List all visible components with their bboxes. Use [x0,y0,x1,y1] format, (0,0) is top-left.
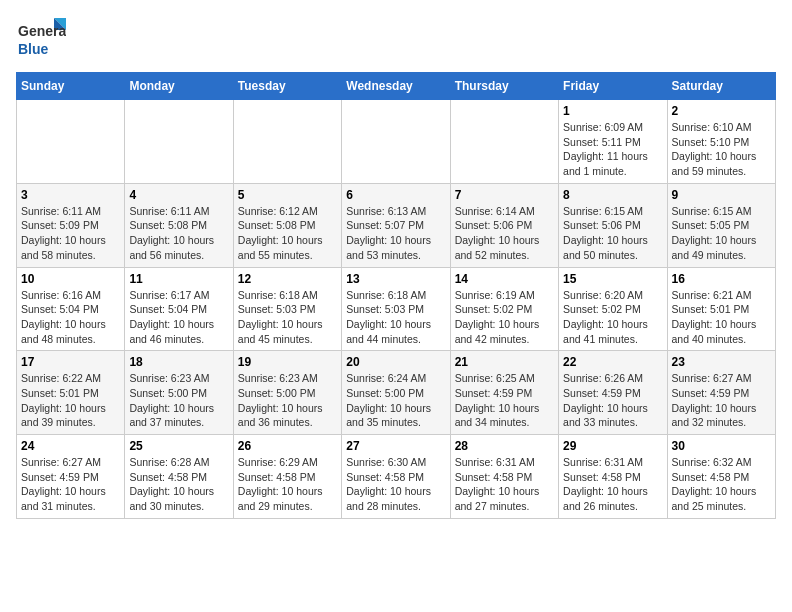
day-number: 18 [129,355,228,369]
calendar-cell: 14Sunrise: 6:19 AM Sunset: 5:02 PM Dayli… [450,267,558,351]
day-info: Sunrise: 6:24 AM Sunset: 5:00 PM Dayligh… [346,371,445,430]
calendar-cell: 6Sunrise: 6:13 AM Sunset: 5:07 PM Daylig… [342,183,450,267]
weekday-header: Saturday [667,73,775,100]
day-number: 4 [129,188,228,202]
day-info: Sunrise: 6:19 AM Sunset: 5:02 PM Dayligh… [455,288,554,347]
day-number: 11 [129,272,228,286]
day-info: Sunrise: 6:14 AM Sunset: 5:06 PM Dayligh… [455,204,554,263]
page-header: GeneralBlue [16,16,776,60]
day-info: Sunrise: 6:17 AM Sunset: 5:04 PM Dayligh… [129,288,228,347]
day-info: Sunrise: 6:10 AM Sunset: 5:10 PM Dayligh… [672,120,771,179]
day-info: Sunrise: 6:31 AM Sunset: 4:58 PM Dayligh… [563,455,662,514]
day-number: 8 [563,188,662,202]
calendar-cell: 17Sunrise: 6:22 AM Sunset: 5:01 PM Dayli… [17,351,125,435]
calendar-cell: 16Sunrise: 6:21 AM Sunset: 5:01 PM Dayli… [667,267,775,351]
day-number: 16 [672,272,771,286]
day-number: 15 [563,272,662,286]
day-info: Sunrise: 6:29 AM Sunset: 4:58 PM Dayligh… [238,455,337,514]
calendar-cell: 22Sunrise: 6:26 AM Sunset: 4:59 PM Dayli… [559,351,667,435]
day-info: Sunrise: 6:18 AM Sunset: 5:03 PM Dayligh… [238,288,337,347]
calendar-cell [342,100,450,184]
calendar-cell: 15Sunrise: 6:20 AM Sunset: 5:02 PM Dayli… [559,267,667,351]
day-info: Sunrise: 6:15 AM Sunset: 5:05 PM Dayligh… [672,204,771,263]
calendar-cell: 20Sunrise: 6:24 AM Sunset: 5:00 PM Dayli… [342,351,450,435]
day-info: Sunrise: 6:25 AM Sunset: 4:59 PM Dayligh… [455,371,554,430]
calendar-cell: 26Sunrise: 6:29 AM Sunset: 4:58 PM Dayli… [233,435,341,519]
day-number: 17 [21,355,120,369]
day-number: 1 [563,104,662,118]
calendar-cell: 30Sunrise: 6:32 AM Sunset: 4:58 PM Dayli… [667,435,775,519]
calendar-cell [233,100,341,184]
day-number: 29 [563,439,662,453]
day-info: Sunrise: 6:31 AM Sunset: 4:58 PM Dayligh… [455,455,554,514]
weekday-header: Sunday [17,73,125,100]
calendar-cell [450,100,558,184]
day-info: Sunrise: 6:23 AM Sunset: 5:00 PM Dayligh… [238,371,337,430]
calendar-cell [125,100,233,184]
svg-text:General: General [18,23,66,39]
day-info: Sunrise: 6:11 AM Sunset: 5:08 PM Dayligh… [129,204,228,263]
day-info: Sunrise: 6:26 AM Sunset: 4:59 PM Dayligh… [563,371,662,430]
calendar-cell: 23Sunrise: 6:27 AM Sunset: 4:59 PM Dayli… [667,351,775,435]
day-number: 3 [21,188,120,202]
calendar-cell [17,100,125,184]
day-number: 21 [455,355,554,369]
weekday-header-row: SundayMondayTuesdayWednesdayThursdayFrid… [17,73,776,100]
day-number: 24 [21,439,120,453]
day-number: 12 [238,272,337,286]
day-info: Sunrise: 6:27 AM Sunset: 4:59 PM Dayligh… [672,371,771,430]
calendar-week-row: 17Sunrise: 6:22 AM Sunset: 5:01 PM Dayli… [17,351,776,435]
day-number: 25 [129,439,228,453]
calendar: SundayMondayTuesdayWednesdayThursdayFrid… [16,72,776,519]
day-info: Sunrise: 6:20 AM Sunset: 5:02 PM Dayligh… [563,288,662,347]
calendar-cell: 7Sunrise: 6:14 AM Sunset: 5:06 PM Daylig… [450,183,558,267]
day-info: Sunrise: 6:32 AM Sunset: 4:58 PM Dayligh… [672,455,771,514]
weekday-header: Wednesday [342,73,450,100]
day-info: Sunrise: 6:18 AM Sunset: 5:03 PM Dayligh… [346,288,445,347]
day-number: 22 [563,355,662,369]
calendar-cell: 27Sunrise: 6:30 AM Sunset: 4:58 PM Dayli… [342,435,450,519]
calendar-cell: 10Sunrise: 6:16 AM Sunset: 5:04 PM Dayli… [17,267,125,351]
day-info: Sunrise: 6:12 AM Sunset: 5:08 PM Dayligh… [238,204,337,263]
day-number: 20 [346,355,445,369]
day-number: 14 [455,272,554,286]
calendar-cell: 13Sunrise: 6:18 AM Sunset: 5:03 PM Dayli… [342,267,450,351]
day-info: Sunrise: 6:22 AM Sunset: 5:01 PM Dayligh… [21,371,120,430]
day-info: Sunrise: 6:11 AM Sunset: 5:09 PM Dayligh… [21,204,120,263]
day-number: 26 [238,439,337,453]
calendar-cell: 19Sunrise: 6:23 AM Sunset: 5:00 PM Dayli… [233,351,341,435]
day-info: Sunrise: 6:27 AM Sunset: 4:59 PM Dayligh… [21,455,120,514]
day-number: 9 [672,188,771,202]
day-number: 7 [455,188,554,202]
calendar-week-row: 3Sunrise: 6:11 AM Sunset: 5:09 PM Daylig… [17,183,776,267]
day-info: Sunrise: 6:09 AM Sunset: 5:11 PM Dayligh… [563,120,662,179]
day-number: 27 [346,439,445,453]
day-number: 10 [21,272,120,286]
weekday-header: Monday [125,73,233,100]
weekday-header: Friday [559,73,667,100]
day-info: Sunrise: 6:15 AM Sunset: 5:06 PM Dayligh… [563,204,662,263]
logo: GeneralBlue [16,16,66,60]
day-number: 13 [346,272,445,286]
calendar-cell: 25Sunrise: 6:28 AM Sunset: 4:58 PM Dayli… [125,435,233,519]
calendar-cell: 18Sunrise: 6:23 AM Sunset: 5:00 PM Dayli… [125,351,233,435]
calendar-week-row: 10Sunrise: 6:16 AM Sunset: 5:04 PM Dayli… [17,267,776,351]
day-number: 30 [672,439,771,453]
day-info: Sunrise: 6:30 AM Sunset: 4:58 PM Dayligh… [346,455,445,514]
calendar-cell: 9Sunrise: 6:15 AM Sunset: 5:05 PM Daylig… [667,183,775,267]
day-number: 23 [672,355,771,369]
calendar-cell: 4Sunrise: 6:11 AM Sunset: 5:08 PM Daylig… [125,183,233,267]
calendar-cell: 2Sunrise: 6:10 AM Sunset: 5:10 PM Daylig… [667,100,775,184]
day-number: 19 [238,355,337,369]
weekday-header: Thursday [450,73,558,100]
day-info: Sunrise: 6:13 AM Sunset: 5:07 PM Dayligh… [346,204,445,263]
calendar-cell: 29Sunrise: 6:31 AM Sunset: 4:58 PM Dayli… [559,435,667,519]
calendar-cell: 1Sunrise: 6:09 AM Sunset: 5:11 PM Daylig… [559,100,667,184]
day-info: Sunrise: 6:21 AM Sunset: 5:01 PM Dayligh… [672,288,771,347]
calendar-cell: 5Sunrise: 6:12 AM Sunset: 5:08 PM Daylig… [233,183,341,267]
calendar-cell: 21Sunrise: 6:25 AM Sunset: 4:59 PM Dayli… [450,351,558,435]
day-info: Sunrise: 6:16 AM Sunset: 5:04 PM Dayligh… [21,288,120,347]
day-info: Sunrise: 6:23 AM Sunset: 5:00 PM Dayligh… [129,371,228,430]
calendar-cell: 24Sunrise: 6:27 AM Sunset: 4:59 PM Dayli… [17,435,125,519]
logo-icon: GeneralBlue [16,16,66,60]
